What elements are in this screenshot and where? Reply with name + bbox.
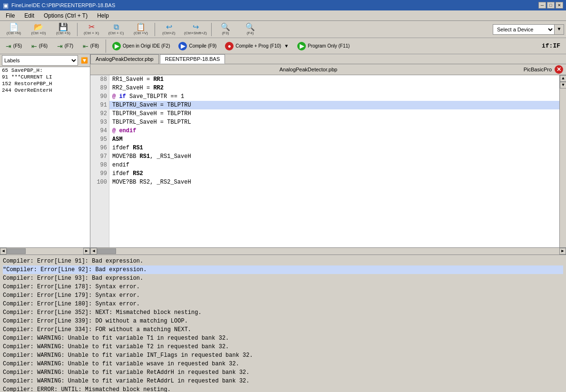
labels-hscroll-left[interactable]: ◀ bbox=[0, 248, 7, 255]
error-line-11: Compiler: WARNING: Unable to fit variabl… bbox=[3, 351, 563, 360]
open-icon: 📂 bbox=[34, 23, 43, 31]
findnext-button[interactable]: 🔍 (F4) bbox=[238, 22, 262, 37]
menu-edit[interactable]: Edit bbox=[20, 11, 38, 20]
error-line-3: Compiler: Error[Line 178]: Syntax error. bbox=[3, 283, 563, 291]
paste-button[interactable]: 📋 (Ctrl +V) bbox=[129, 22, 153, 37]
label-item[interactable]: 65 SavePBP_H: bbox=[0, 67, 90, 74]
save-button[interactable]: 💾 (Ctrl +S) bbox=[51, 22, 75, 37]
code-vscroll[interactable]: ▲ ▼ bbox=[559, 75, 566, 247]
if-label: if:IF bbox=[538, 41, 564, 50]
program-only-button[interactable]: ▶ Program Only (F11) bbox=[294, 40, 353, 52]
indent-f5-button[interactable]: ⇥ (F5) bbox=[2, 40, 26, 52]
cut-button[interactable]: ✂ (Ctrl + X) bbox=[79, 22, 103, 37]
linenum-89: 89 bbox=[90, 84, 109, 92]
new-icon: 📄 bbox=[9, 23, 19, 31]
copy-button[interactable]: ⧉ (Ctrl + C) bbox=[104, 22, 128, 37]
code-content: 88 89 90 91 92 93 94 95 96 97 98 99 100 … bbox=[90, 75, 566, 247]
compile-label: Compile (F9) bbox=[189, 43, 216, 49]
linenum-100: 100 bbox=[90, 178, 109, 186]
code-vscroll-up[interactable]: ▲ bbox=[560, 75, 566, 82]
maximize-button[interactable]: □ bbox=[547, 2, 555, 9]
device-selector-wrap: Select a Device ▼ bbox=[493, 24, 564, 35]
code-vscroll-down[interactable]: ▼ bbox=[560, 82, 566, 88]
close-button[interactable]: ✕ bbox=[556, 2, 563, 9]
linenum-91: 91 bbox=[90, 101, 109, 109]
tb2-f8-label: (F8) bbox=[90, 43, 99, 49]
menu-file[interactable]: File bbox=[2, 11, 19, 20]
code-file-name: AnalogPeakDetector.pbp bbox=[93, 67, 524, 72]
title-bar: ▣ FineLineIDE C:\PBP\REENTERPBP-18.BAS ─… bbox=[0, 0, 566, 10]
tb2-f7-icon: ⇥ bbox=[57, 42, 63, 50]
compile-prog-icon: ● bbox=[225, 42, 234, 50]
linenum-95: 95 bbox=[90, 135, 109, 144]
code-line-89: RR2_SaveH = RR2 bbox=[109, 84, 559, 92]
labels-dropdown-arrow: 🔽 bbox=[81, 57, 88, 64]
error-line-10: Compiler: WARNING: Unable to fit variabl… bbox=[3, 343, 563, 351]
tb2-f8-icon: ⇤ bbox=[83, 42, 88, 50]
dedent-f6-icon: ⇤ bbox=[31, 42, 37, 50]
code-line-92: TBLPTRH_SaveH = TBLPTRH bbox=[109, 109, 559, 118]
tab-reenterpbp[interactable]: REENTERPBP-18.BAS bbox=[160, 54, 225, 64]
compiler-label: PicBasicPro bbox=[524, 67, 552, 72]
error-line-8: Compiler: Error[Line 334]: FOR without a… bbox=[3, 325, 563, 334]
minimize-button[interactable]: ─ bbox=[538, 2, 546, 9]
redo-button[interactable]: ↪ (Ctrl+Shift+Z) bbox=[182, 22, 209, 37]
code-line-99: ifdef RS2 bbox=[109, 169, 559, 178]
device-select[interactable]: Select a Device bbox=[493, 24, 555, 35]
code-hscroll-left[interactable]: ◀ bbox=[90, 248, 97, 255]
tab-analogpeak[interactable]: AnalogPeakDetector.pbp bbox=[90, 54, 159, 64]
compile-prog-label: Compile + Prog (F10) bbox=[235, 43, 281, 49]
error-line-6: Compiler: Error[Line 352]: NEXT: Mismatc… bbox=[3, 308, 563, 317]
labels-hscroll-right[interactable]: ▶ bbox=[83, 248, 90, 255]
compile-prog-dropdown-icon[interactable]: ▼ bbox=[284, 43, 289, 49]
code-hscroll-right[interactable]: ▶ bbox=[559, 248, 566, 255]
error-line-5: Compiler: Error[Line 180]: Syntax error. bbox=[3, 300, 563, 308]
paste-icon: 📋 bbox=[136, 23, 146, 31]
menu-help[interactable]: Help bbox=[93, 11, 113, 20]
line-numbers: 88 89 90 91 92 93 94 95 96 97 98 99 100 bbox=[90, 75, 109, 247]
app-icon: ▣ bbox=[3, 2, 9, 9]
label-item[interactable]: 152 RestorePBP_H bbox=[0, 80, 90, 87]
dedent-f6-button[interactable]: ⇤ (F6) bbox=[28, 40, 51, 52]
find-button[interactable]: 🔍 (F3) bbox=[214, 22, 237, 37]
labels-hscroll-track[interactable] bbox=[7, 248, 83, 255]
menu-options[interactable]: Options (Ctrl + T) bbox=[40, 11, 91, 20]
code-line-94: @ endif bbox=[109, 127, 559, 135]
code-hscroll[interactable]: ◀ ▶ bbox=[90, 247, 566, 254]
label-item[interactable]: 91 ***CURRENT LI bbox=[0, 74, 90, 80]
error-line-0: Compiler: Error[Line 91]: Bad expression… bbox=[3, 257, 563, 265]
open-button[interactable]: 📂 (Ctrl +O) bbox=[27, 22, 50, 37]
code-line-98: endif bbox=[109, 161, 559, 169]
undo-button[interactable]: ↩ (Ctrl+Z) bbox=[157, 22, 181, 37]
labels-hscroll-thumb[interactable] bbox=[7, 248, 26, 254]
labels-dropdown[interactable]: Labels bbox=[2, 55, 78, 66]
close-file-button[interactable]: ✕ bbox=[555, 65, 563, 74]
code-hscroll-thumb[interactable] bbox=[97, 248, 116, 254]
tb2-f8-button[interactable]: ⇤ (F8) bbox=[79, 40, 103, 52]
labels-hscroll[interactable]: ◀ ▶ bbox=[0, 247, 90, 254]
labels-header: Labels 🔽 bbox=[0, 54, 90, 67]
menu-bar: File Edit Options (Ctrl + T) Help bbox=[0, 10, 566, 21]
linenum-94: 94 bbox=[90, 127, 109, 135]
compile-prog-button[interactable]: ● Compile + Prog (F10) ▼ bbox=[222, 40, 292, 52]
compile-button[interactable]: ▶ Compile (F9) bbox=[175, 40, 220, 52]
main-area: Labels 🔽 65 SavePBP_H: 91 ***CURRENT LI … bbox=[0, 54, 566, 254]
code-line-93: TBLPTRL_SaveH = TBLPTRL bbox=[109, 118, 559, 127]
copy-icon: ⧉ bbox=[114, 23, 119, 31]
code-hscroll-track[interactable] bbox=[97, 248, 559, 255]
error-line-9: Compiler: WARNING: Unable to fit variabl… bbox=[3, 334, 563, 343]
tb2-f7-button[interactable]: ⇥ (F7) bbox=[53, 40, 77, 52]
tabs-bar: AnalogPeakDetector.pbp REENTERPBP-18.BAS bbox=[90, 54, 566, 64]
code-title-bar: AnalogPeakDetector.pbp PicBasicPro ✕ bbox=[90, 64, 566, 75]
code-editor[interactable]: RR1_SaveH = RR1 RR2_SaveH = RR2 @ if Sav… bbox=[109, 75, 559, 247]
dedent-f6-label: (F6) bbox=[39, 43, 48, 49]
open-orig-ide-button[interactable]: ▶ Open in Origi IDE (F2) bbox=[109, 40, 173, 52]
new-button[interactable]: 📄 (Ctrl +N) bbox=[2, 22, 26, 37]
program-only-icon: ▶ bbox=[297, 42, 306, 50]
window-controls: ─ □ ✕ bbox=[538, 2, 563, 9]
separator-2 bbox=[155, 23, 155, 36]
label-item[interactable]: 244 OverReEnterH bbox=[0, 87, 90, 94]
device-dropdown-button[interactable]: ▼ bbox=[555, 24, 564, 35]
separator-t2-1 bbox=[106, 39, 106, 53]
separator-3 bbox=[211, 23, 212, 36]
